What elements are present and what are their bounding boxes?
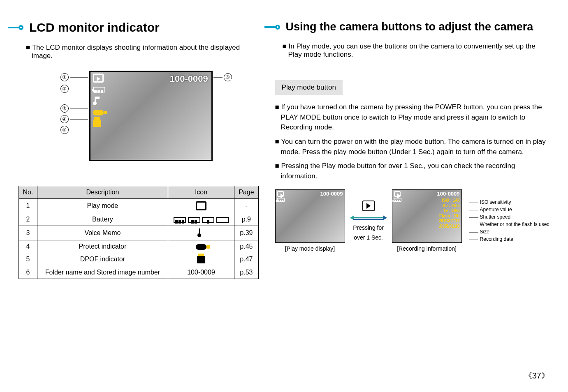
- table-row: 5 DPOF indicator p.47: [19, 253, 259, 266]
- section-bullet-icon: [19, 25, 23, 30]
- cell-desc: Play mode: [37, 199, 168, 213]
- cell-no: 6: [19, 266, 37, 279]
- legend-item: Shutter speed: [469, 213, 549, 221]
- bullet-list: ■ If you have turned on the camera by pr…: [275, 102, 549, 181]
- lcd-preview-wrap: 100-0009 ① ② ③ ④ ⑤ ⑥: [19, 71, 259, 161]
- cell-desc: Voice Memo: [37, 226, 168, 240]
- lcd-screen: 100-0009: [89, 71, 213, 161]
- file-number-overlay: 100-0009: [437, 191, 460, 197]
- page-number: 《37》: [524, 370, 549, 381]
- thumb-caption-left: [Play mode display]: [285, 245, 335, 252]
- cell-page: p.47: [234, 253, 258, 266]
- dpof-icon: [93, 120, 101, 127]
- callout-2: ②: [60, 85, 88, 93]
- bidirectional-arrow-icon: [350, 214, 387, 221]
- legend-item: ISO sensitivity: [469, 198, 549, 206]
- info-line: Av : F3.5: [438, 203, 459, 209]
- cell-desc: Protect indicator: [37, 240, 168, 253]
- recording-info-lines: ISO : 140 Av : F3.5 Tv : 1/60 Flash : Of…: [438, 198, 459, 229]
- battery-icon: [93, 87, 105, 92]
- bullet-item: ■ If you have turned on the camera by pr…: [275, 102, 549, 133]
- cell-no: 3: [19, 226, 37, 240]
- info-line: ISO : 140: [438, 198, 459, 203]
- cell-icon: [168, 213, 234, 226]
- transition-label: Pressing for: [353, 224, 384, 231]
- callout-4: ④: [60, 115, 88, 123]
- cell-desc: Folder name and Stored image number: [37, 266, 168, 279]
- cell-no: 5: [19, 253, 37, 266]
- subhead-play-mode-button: Play mode button: [275, 80, 343, 95]
- cell-icon: [168, 240, 234, 253]
- cell-page: p.45: [234, 240, 258, 253]
- recording-info-figure: 100-0009 [Play mode display] Pressing fo…: [275, 189, 549, 252]
- section-title-left: LCD monitor indicator: [19, 21, 259, 35]
- legend-item: Aperture value: [469, 206, 549, 213]
- right-intro-text: ■ In Play mode, you can use the buttons …: [283, 42, 549, 59]
- battery-icon: [277, 198, 285, 202]
- th-icon: Icon: [168, 186, 234, 199]
- callout-1: ①: [60, 73, 88, 81]
- table-row: 6 Folder name and Stored image number 10…: [19, 266, 259, 279]
- cell-desc: DPOF indicator: [37, 253, 168, 266]
- th-no: No.: [19, 186, 37, 199]
- play-mode-icon: [93, 74, 104, 83]
- recording-info-thumb: 100-0009 ISO : 140 Av : F3.5 Tv : 1/60 F…: [392, 189, 462, 243]
- cell-no: 1: [19, 199, 37, 213]
- voice-memo-icon: [93, 97, 100, 106]
- info-line: 2005/01/10: [438, 224, 459, 229]
- indicator-table: No. Description Icon Page 1 Play mode - …: [19, 186, 259, 279]
- play-mode-icon: [394, 191, 401, 197]
- protect-icon: [93, 110, 104, 115]
- callout-3: ③: [60, 104, 88, 113]
- cell-desc: Battery: [37, 213, 168, 226]
- cell-no: 2: [19, 213, 37, 226]
- left-intro-text: ■ The LCD monitor displays shooting info…: [26, 44, 259, 60]
- section-title-right: Using the camera buttons to adjust the c…: [275, 21, 549, 33]
- legend-item: Whether or not the flash is used: [469, 221, 549, 228]
- file-number-overlay: 100-0009: [320, 191, 343, 197]
- callout-5: ⑤: [60, 126, 88, 134]
- left-column: LCD monitor indicator ■ The LCD monitor …: [19, 21, 259, 279]
- cell-page: -: [234, 199, 258, 213]
- table-row: 3 Voice Memo p.39: [19, 226, 259, 240]
- section-title-text: Using the camera buttons to adjust the c…: [286, 21, 533, 33]
- cell-page: p.9: [234, 213, 258, 226]
- play-mode-icon: [277, 191, 284, 197]
- right-column: Using the camera buttons to adjust the c…: [275, 21, 549, 279]
- bullet-item: ■ Pressing the Play mode button for over…: [275, 161, 549, 181]
- cell-page: p.53: [234, 266, 258, 279]
- table-row: 1 Play mode -: [19, 199, 259, 213]
- th-page: Page: [234, 186, 258, 199]
- legend-item: Recording date: [469, 235, 549, 243]
- cell-icon: [168, 253, 234, 266]
- play-mode-button-icon: [362, 201, 375, 211]
- bullet-item: ■ You can turn the power on with the pla…: [275, 137, 549, 157]
- file-number-overlay: 100-0009: [170, 74, 208, 84]
- cell-page: p.39: [234, 226, 258, 240]
- table-row: 2 Battery p.9: [19, 213, 259, 226]
- battery-icon: [394, 198, 401, 202]
- recording-info-legend: ISO sensitivity Aperture value Shutter s…: [469, 198, 549, 243]
- callout-6: ⑥: [213, 73, 232, 81]
- transition-label: over 1 Sec.: [354, 234, 383, 241]
- cell-no: 4: [19, 240, 37, 253]
- th-desc: Description: [37, 186, 168, 199]
- table-row: 4 Protect indicator p.45: [19, 240, 259, 253]
- play-mode-display-thumb: 100-0009: [275, 189, 345, 243]
- info-line: Flash : Off: [438, 214, 459, 219]
- section-bullet-icon: [275, 25, 280, 30]
- cell-icon: [168, 199, 234, 213]
- info-line: 2816X2112: [438, 219, 459, 224]
- cell-icon: 100-0009: [168, 266, 234, 279]
- thumb-caption-right: [Recording information]: [397, 245, 457, 252]
- transition-indicator: Pressing for over 1 Sec.: [350, 201, 387, 241]
- legend-item: Size: [469, 228, 549, 235]
- section-title-text: LCD monitor indicator: [29, 21, 160, 35]
- info-line: Tv : 1/60: [438, 208, 459, 214]
- cell-icon: [168, 226, 234, 240]
